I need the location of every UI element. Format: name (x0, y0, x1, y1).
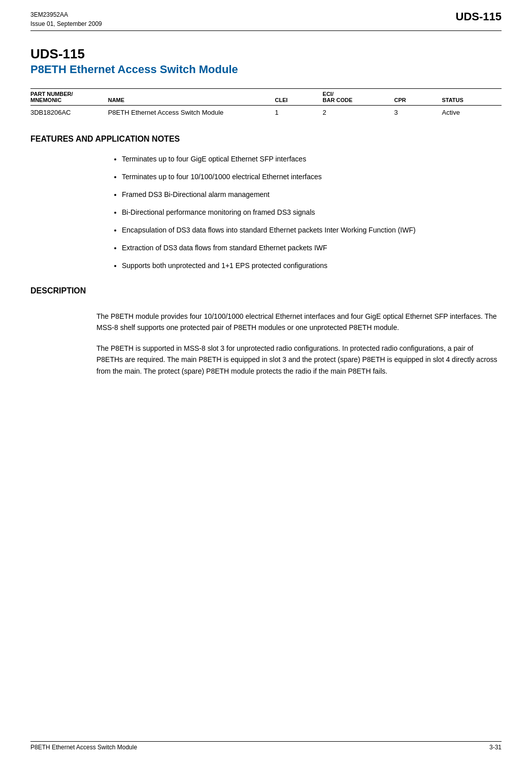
feature-item: Encapsulation of DS3 data flows into sta… (122, 225, 502, 236)
feature-item: Extraction of DS3 data flows from standa… (122, 243, 502, 253)
cell-eci: 2 (323, 106, 394, 120)
col-header-status: STATUS (442, 89, 502, 106)
page-header: 3EM23952AA Issue 01, September 2009 UDS-… (30, 10, 502, 31)
description-section: DESCRIPTION The P8ETH module provides fo… (30, 286, 502, 377)
header-title: UDS-115 (456, 10, 502, 23)
features-list: Terminates up to four GigE optical Ether… (30, 154, 502, 271)
cell-status: Active (442, 106, 502, 120)
feature-item: Terminates up to four 10/100/1000 electr… (122, 172, 502, 182)
feature-item: Terminates up to four GigE optical Ether… (122, 154, 502, 164)
col-header-clei: CLEI (275, 89, 323, 106)
description-paragraph: The P8ETH is supported in MSS-8 slot 3 f… (96, 343, 502, 377)
cell-clei: 1 (275, 106, 323, 120)
parts-table: PART NUMBER/MNEMONIC NAME CLEI ECI/BAR C… (30, 88, 502, 119)
cell-part: 3DB18206AC (30, 106, 108, 120)
description-heading: DESCRIPTION (30, 286, 502, 295)
footer-left: P8ETH Ethernet Access Switch Module (30, 744, 137, 751)
page-main-title: UDS-115 (30, 46, 502, 62)
feature-item: Framed DS3 Bi-Directional alarm manageme… (122, 189, 502, 200)
table-row: 3DB18206AC P8ETH Ethernet Access Switch … (30, 106, 502, 120)
feature-item: Supports both unprotected and 1+1 EPS pr… (122, 260, 502, 271)
cell-name: P8ETH Ethernet Access Switch Module (108, 106, 275, 120)
description-body: The P8ETH module provides four 10/100/10… (30, 311, 502, 377)
page-footer: P8ETH Ethernet Access Switch Module 3-31 (30, 741, 502, 751)
cell-cpr: 3 (394, 106, 442, 120)
features-heading: FEATURES AND APPLICATION NOTES (30, 135, 502, 144)
col-header-name: NAME (108, 89, 275, 106)
feature-item: Bi-Directional performance monitoring on… (122, 207, 502, 218)
header-left: 3EM23952AA Issue 01, September 2009 (30, 10, 102, 28)
page-title-section: UDS-115 P8ETH Ethernet Access Switch Mod… (30, 46, 502, 76)
description-paragraph: The P8ETH module provides four 10/100/10… (96, 311, 502, 334)
page-subtitle: P8ETH Ethernet Access Switch Module (30, 63, 502, 76)
doc-number: 3EM23952AA (30, 10, 102, 19)
col-header-cpr: CPR (394, 89, 442, 106)
footer-right: 3-31 (489, 744, 502, 751)
page-container: 3EM23952AA Issue 01, September 2009 UDS-… (0, 0, 532, 761)
col-header-eci: ECI/BAR CODE (323, 89, 394, 106)
doc-issue: Issue 01, September 2009 (30, 19, 102, 28)
col-header-part: PART NUMBER/MNEMONIC (30, 89, 108, 106)
